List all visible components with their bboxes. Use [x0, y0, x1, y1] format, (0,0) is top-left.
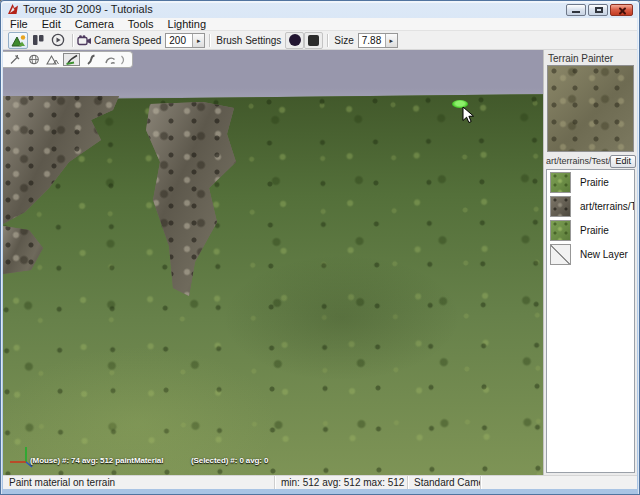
globe-tool-icon — [28, 54, 40, 65]
selected-stats-overlay: (Selected) #: 0 avg: 0 — [191, 456, 268, 465]
grass-layer-thumbnail — [550, 172, 571, 193]
ellipse-brush-icon — [289, 34, 301, 46]
palette-overflow-chevron-icon[interactable] — [120, 55, 126, 65]
layer-row[interactable]: Prairie — [547, 218, 634, 242]
camera-speed-value[interactable]: 200 — [166, 35, 192, 46]
erase-tool-button[interactable] — [101, 53, 118, 66]
grass-layer-thumbnail — [550, 220, 571, 241]
maximize-button[interactable] — [588, 4, 608, 16]
panels-icon — [32, 34, 45, 46]
layer-row[interactable]: art/terrains/Test/rock — [547, 194, 634, 218]
camera-mode-status: Standard Camera — [408, 476, 481, 489]
select-tool-icon — [9, 54, 21, 65]
new-layer-thumbnail — [550, 244, 571, 265]
layer-name: art/terrains/Test/rock — [580, 201, 634, 212]
minimize-button[interactable] — [566, 4, 586, 16]
close-button[interactable] — [610, 4, 633, 16]
brush-settings-label: Brush Settings — [216, 35, 281, 46]
layer-name: Prairie — [580, 225, 609, 236]
title-bar: Torque 3D 2009 - Tutorials — [0, 0, 640, 18]
window-title: Torque 3D 2009 - Tutorials — [23, 3, 153, 15]
mountain-scene-icon — [11, 34, 26, 47]
play-game-button[interactable] — [48, 32, 68, 49]
status-bar: Paint material on terrain min: 512 avg: … — [3, 475, 637, 489]
smooth-tool-button[interactable] — [82, 53, 99, 66]
play-icon — [51, 33, 65, 47]
globe-tool-button[interactable] — [25, 53, 42, 66]
torque-logo-icon — [7, 3, 19, 15]
menu-bar: File Edit Camera Tools Lighting — [3, 18, 637, 31]
brush-size-input: 7.88 ▸ — [358, 33, 398, 48]
mouse-stats-overlay: (Mouse) #: 74 avg: 512 paintMaterial — [30, 456, 163, 465]
brush-shape-ellipse-button[interactable] — [285, 32, 304, 49]
edit-material-button[interactable]: Edit — [610, 155, 636, 168]
brush-shape-box-button[interactable] — [304, 32, 323, 49]
main-toolbar: Camera Speed 200 ▸ Brush Settings Size 7… — [3, 31, 637, 50]
erase-tool-icon — [104, 54, 116, 65]
layer-list: Prairie art/terrains/Test/rock Prairie N… — [546, 169, 635, 473]
toolbar-separator — [209, 34, 210, 47]
material-path: art/terrains/Test/grass — [546, 156, 610, 166]
maximize-icon — [595, 7, 603, 13]
camera-speed-label: Camera Speed — [94, 35, 161, 46]
panel-title: Terrain Painter — [544, 50, 637, 64]
select-tool-button[interactable] — [6, 53, 23, 66]
camera-speed-spinner[interactable]: ▸ — [192, 34, 204, 47]
layer-row[interactable]: Prairie — [547, 170, 634, 194]
terrain-painter-button[interactable] — [63, 53, 80, 66]
box-brush-icon — [308, 35, 319, 46]
status-message: Paint material on terrain — [3, 476, 275, 489]
menu-lighting[interactable]: Lighting — [161, 18, 214, 31]
menu-edit[interactable]: Edit — [35, 18, 68, 31]
brush-size-label: Size — [334, 35, 353, 46]
camera-speed-input: 200 ▸ — [165, 33, 205, 48]
menu-file[interactable]: File — [3, 18, 35, 31]
camera-icon — [77, 35, 92, 46]
terrain-viewport[interactable]: (Mouse) #: 74 avg: 512 paintMaterial (Se… — [3, 50, 543, 475]
terrain-tool-palette — [3, 51, 133, 68]
minimize-icon — [572, 11, 580, 13]
smooth-tool-icon — [85, 54, 97, 65]
gui-editor-button[interactable] — [28, 32, 48, 49]
toolbar-separator — [327, 34, 328, 47]
terrain-editor-button[interactable] — [44, 53, 61, 66]
mountain-tool-icon — [46, 54, 59, 65]
app-window: Torque 3D 2009 - Tutorials File Edit Cam… — [0, 0, 640, 495]
brush-size-value[interactable]: 7.88 — [359, 35, 385, 46]
rock-layer-thumbnail — [550, 196, 571, 217]
layer-row-new-layer[interactable]: New Layer — [547, 242, 634, 266]
layer-name: Prairie — [580, 177, 609, 188]
world-editor-button[interactable] — [8, 32, 28, 49]
material-path-row: art/terrains/Test/grass Edit — [546, 154, 636, 168]
menu-camera[interactable]: Camera — [68, 18, 121, 31]
mouse-cursor-icon — [462, 106, 475, 124]
terrain-painter-panel: Terrain Painter art/terrains/Test/grass … — [543, 50, 637, 475]
window-controls — [566, 4, 633, 16]
terrain-height-stats: min: 512 avg: 512 max: 512 — [275, 476, 408, 489]
material-preview — [547, 65, 634, 152]
layer-name: New Layer — [580, 249, 628, 260]
brush-size-spinner[interactable]: ▸ — [385, 34, 397, 47]
toolbar-separator — [72, 34, 73, 47]
menu-tools[interactable]: Tools — [121, 18, 161, 31]
status-spacer — [481, 476, 637, 489]
paint-brush-icon — [65, 54, 78, 65]
